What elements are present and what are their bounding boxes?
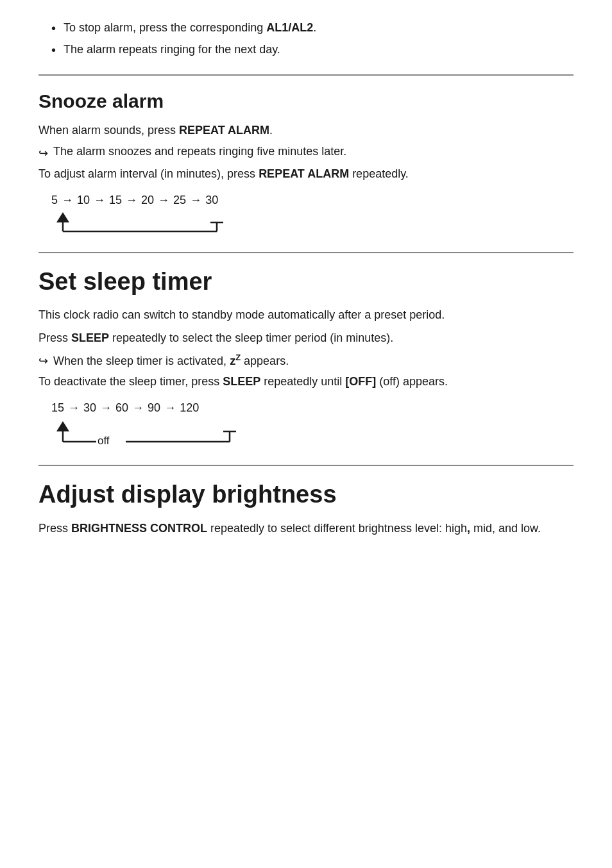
snooze-diagram: 5 → 10 → 15 → 20 → 25 → 30 [51, 194, 574, 234]
snooze-para1: When alarm sounds, press REPEAT ALARM. [38, 122, 574, 140]
sleep-diagram: 15 → 30 → 60 → 90 → 120 [51, 401, 574, 447]
sleep-para2: Press SLEEP repeatedly to select the sle… [38, 330, 574, 347]
svg-marker-5 [56, 421, 69, 431]
bullet1-text: To stop alarm, press the corresponding A… [64, 19, 316, 37]
sleep-cycle-box: off [51, 419, 250, 447]
bullet-dot: • [51, 19, 56, 37]
sleep-para1: This clock radio can switch to standby m… [38, 306, 574, 324]
top-section: • To stop alarm, press the corresponding… [38, 13, 574, 76]
sleep-title: Set sleep timer [38, 267, 574, 297]
svg-marker-0 [56, 212, 69, 222]
result-arrow-icon: ↪ [38, 146, 48, 160]
sleep-cycle-svg: off [51, 419, 250, 447]
snooze-flow-row: 5 → 10 → 15 → 20 → 25 → 30 [51, 194, 574, 207]
brightness-para1: Press BRIGHTNESS CONTROL repeatedly to s… [38, 520, 574, 538]
bullet-list: • To stop alarm, press the corresponding… [38, 19, 574, 59]
list-item: • The alarm repeats ringing for the next… [51, 41, 574, 59]
result-arrow-icon: ↪ [38, 354, 48, 368]
svg-text:off: off [98, 435, 110, 447]
sleep-result1: ↪ When the sleep timer is activated, zZ … [38, 353, 574, 368]
snooze-result1: ↪ The alarm snoozes and repeats ringing … [38, 145, 574, 160]
snooze-cycle-svg [51, 211, 231, 234]
snooze-para2: To adjust alarm interval (in minutes), p… [38, 165, 574, 183]
list-item: • To stop alarm, press the corresponding… [51, 19, 574, 37]
snooze-section: Snooze alarm When alarm sounds, press RE… [38, 76, 574, 253]
snooze-title: Snooze alarm [38, 90, 574, 113]
sleep-para3: To deactivate the sleep timer, press SLE… [38, 373, 574, 391]
brightness-title: Adjust display brightness [38, 480, 574, 510]
sleep-section: Set sleep timer This clock radio can swi… [38, 253, 574, 466]
sleep-flow-row: 15 → 30 → 60 → 90 → 120 [51, 401, 574, 415]
snooze-cycle-box [51, 211, 231, 234]
bullet-dot: • [51, 41, 56, 59]
brightness-section: Adjust display brightness Press BRIGHTNE… [38, 466, 574, 554]
